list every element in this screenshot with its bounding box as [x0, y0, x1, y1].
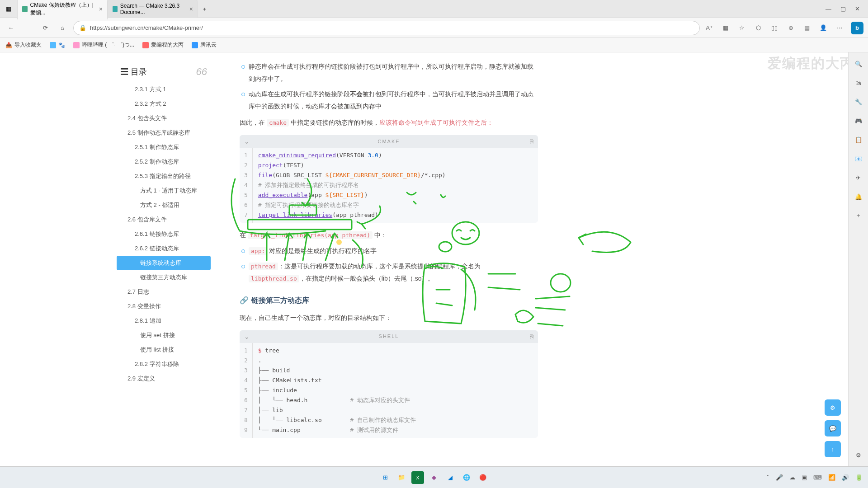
add-icon[interactable]: ＋ [854, 211, 863, 221]
input-icon[interactable]: ⌨ [813, 474, 822, 481]
bookmark-item[interactable]: 哔哩哔哩 ( ゜- ゜)つ... [73, 41, 134, 49]
inline-code: target_link_libraries(app pthread) [248, 231, 373, 239]
bookmark-item[interactable]: 腾讯云 [192, 41, 217, 49]
mic-icon[interactable]: 🎤 [776, 474, 783, 481]
toc-item[interactable]: 2.5 制作动态库或静态库 [114, 126, 213, 140]
toc-item[interactable]: 2.7 日志 [114, 285, 213, 299]
watermark: 爱编程的大丙 [768, 54, 854, 73]
read-aloud-icon[interactable]: A⁺ [704, 23, 714, 33]
new-tab-button[interactable]: ＋ [198, 3, 211, 15]
toc-item[interactable]: 2.8.2 字符串移除 [114, 357, 213, 371]
games-icon[interactable]: 🎮 [854, 116, 863, 126]
toc-item[interactable]: 方式 2 - 都适用 [114, 198, 213, 212]
translate-icon[interactable]: ▦ [721, 23, 731, 33]
windows-taskbar: ⊞ 📁 X ◆ ◢ 🌐 🔴 ˄ 🎤 ☁ ▣ ⌨ 📶 🔊 🔋 [0, 466, 868, 488]
collections-icon[interactable]: ⊕ [786, 23, 796, 33]
start-button[interactable]: ⊞ [379, 471, 392, 484]
toc-item[interactable]: 2.6 包含库文件 [114, 212, 213, 227]
vscode-icon[interactable]: ◢ [444, 471, 457, 484]
tools-icon[interactable]: 🔧 [854, 97, 863, 107]
tab-title: Search — CMake 3.26.3 Docume... [120, 3, 187, 15]
bing-icon[interactable]: b [851, 22, 863, 34]
browser-toolbar: ← ⟳ ⌂ 🔒 https://subingwen.cn/cmake/CMake… [0, 18, 868, 38]
back-button[interactable]: ← [5, 22, 17, 34]
toc-title: 目录 [131, 67, 147, 76]
toc-item[interactable]: 使用 set 拼接 [114, 328, 213, 343]
shopping-icon[interactable]: 🛍 [854, 78, 863, 88]
bell-icon[interactable]: 🔔 [854, 192, 863, 202]
toc-item[interactable]: 2.5.1 制作静态库 [114, 140, 213, 155]
inline-code: cmake [267, 119, 289, 127]
split-icon[interactable]: ▯▯ [769, 23, 779, 33]
qr-icon[interactable]: ▤ [802, 23, 812, 33]
close-window-icon[interactable]: ✕ [855, 5, 860, 12]
menu-icon: ☰ [120, 67, 131, 76]
import-bookmarks[interactable]: 📥 导入收藏夹 [5, 41, 42, 49]
bookmark-item[interactable]: 爱编程的大丙 [142, 41, 184, 49]
close-icon[interactable]: × [189, 5, 193, 13]
outlook-icon[interactable]: 📧 [854, 154, 863, 164]
excel-icon[interactable]: X [411, 471, 424, 484]
battery-icon[interactable]: 🔋 [855, 474, 863, 481]
volume-icon[interactable]: 🔊 [842, 474, 849, 481]
toc-item[interactable]: 2.5.3 指定输出的路径 [114, 169, 213, 183]
tab-actions-icon[interactable]: ▦ [4, 4, 14, 14]
toc-item[interactable]: 2.3.1 方式 1 [114, 82, 213, 97]
maximize-icon[interactable]: ▢ [840, 5, 846, 12]
inline-code: libpthread.so [249, 275, 299, 282]
copy-icon[interactable]: ⎘ [530, 136, 533, 148]
edge-icon[interactable]: 🌐 [460, 471, 473, 484]
table-of-contents: ☰ 目录 66 2.3.1 方式 12.3.2 方式 22.4 包含头文件2.5… [114, 61, 213, 466]
toc-item[interactable]: 链接第三方动态库 [114, 270, 213, 285]
settings-float-button[interactable]: ⚙ [825, 399, 841, 416]
toc-item[interactable]: 链接系统动态库 [117, 256, 211, 270]
office-icon[interactable]: 📋 [854, 135, 863, 145]
bookmark-item[interactable]: 🐾 [50, 42, 65, 48]
edge-sidebar: 🔍 🛍 🔧 🎮 📋 📧 ✈ 🔔 ＋ ⚙ [848, 52, 868, 466]
close-icon[interactable]: × [99, 5, 103, 13]
browser-tab-active[interactable]: CMake 保姆级教程（上）| 爱编... × [17, 0, 108, 19]
url-bar[interactable]: 🔒 https://subingwen.cn/cmake/CMake-prime… [73, 21, 700, 35]
code-lang-label: CMAKE [377, 137, 400, 146]
chevron-up-icon[interactable]: ˄ [766, 474, 769, 481]
explorer-icon[interactable]: 📁 [395, 471, 408, 484]
lock-icon: 🔒 [79, 24, 86, 31]
bookmarks-bar: 📥 导入收藏夹 🐾 哔哩哔哩 ( ゜- ゜)つ... 爱编程的大丙 腾讯云 [0, 38, 868, 52]
toc-item[interactable]: 2.5.2 制作动态库 [114, 155, 213, 169]
code-block-shell: ⌄ SHELL ⎘ 123456789 $ tree.├── build├── … [240, 330, 538, 438]
wifi-icon[interactable]: 📶 [828, 474, 835, 481]
settings-icon[interactable]: ⚙ [854, 450, 863, 460]
browser-tab-inactive[interactable]: Search — CMake 3.26.3 Docume... × [108, 0, 198, 18]
toc-item[interactable]: 2.3.2 方式 2 [114, 97, 213, 111]
visualstudio-icon[interactable]: ◆ [428, 471, 440, 484]
url-text: https://subingwen.cn/cmake/CMake-primer/ [90, 24, 203, 31]
onedrive-icon[interactable]: ☁ [789, 474, 795, 481]
share-float-button[interactable]: 💬 [825, 420, 841, 436]
toc-item[interactable]: 方式 1 - 适用于动态库 [114, 183, 213, 198]
toc-item[interactable]: 3. 预定义宏 [114, 386, 213, 389]
home-button[interactable]: ⌂ [56, 22, 69, 34]
toc-item[interactable]: 2.8 变量操作 [114, 299, 213, 314]
favorite-icon[interactable]: ☆ [737, 23, 747, 33]
list-item: pthread：这是可执行程序要加载的动态库，这个库是系统提供的线程库，全名为 … [240, 260, 538, 284]
extensions-icon[interactable]: ⬡ [753, 23, 763, 33]
toc-item[interactable]: 2.9 宏定义 [114, 371, 213, 386]
scroll-top-button[interactable]: ↑ [825, 441, 841, 457]
fold-icon[interactable]: ⌄ [244, 136, 250, 148]
app-icon[interactable]: ▣ [802, 474, 807, 481]
send-icon[interactable]: ✈ [854, 173, 863, 183]
toc-item[interactable]: 2.6.1 链接静态库 [114, 227, 213, 241]
copy-icon[interactable]: ⎘ [530, 331, 533, 343]
code-block-cmake: ⌄ CMAKE ⎘ 1234567 cmake_minimum_required… [240, 135, 538, 223]
toc-item[interactable]: 使用 list 拼接 [114, 343, 213, 357]
search-icon[interactable]: 🔍 [854, 59, 863, 69]
minimize-icon[interactable]: — [826, 5, 831, 12]
refresh-button[interactable]: ⟳ [39, 22, 52, 34]
chrome-icon[interactable]: 🔴 [476, 471, 489, 484]
toc-item[interactable]: 2.6.2 链接动态库 [114, 241, 213, 256]
toc-item[interactable]: 2.8.1 追加 [114, 314, 213, 328]
profile-icon[interactable]: 👤 [818, 23, 828, 33]
menu-icon[interactable]: ⋯ [835, 23, 844, 33]
toc-item[interactable]: 2.4 包含头文件 [114, 111, 213, 126]
fold-icon[interactable]: ⌄ [244, 331, 250, 343]
